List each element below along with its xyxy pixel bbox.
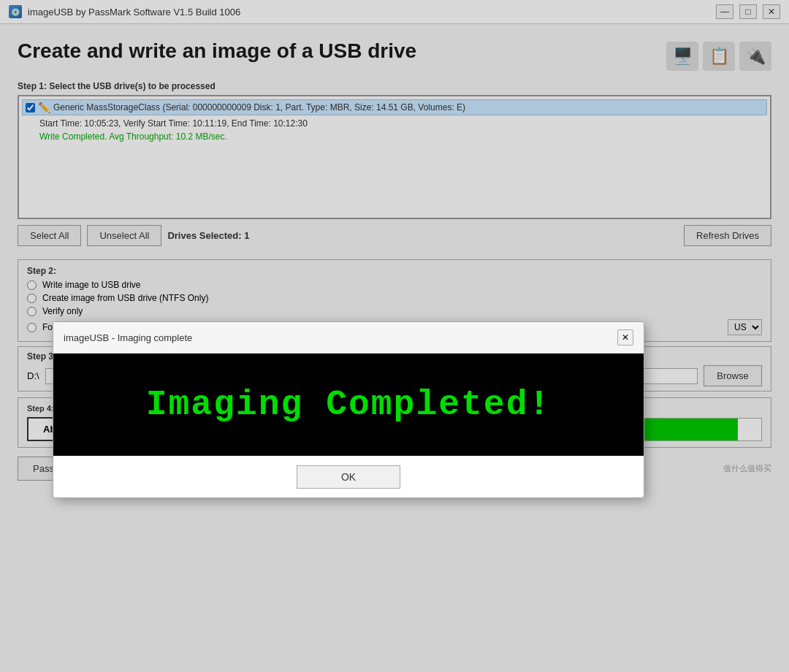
dialog-overlay: imageUSB - Imaging complete ✕ Imaging Co… xyxy=(0,0,789,672)
dialog-ok-button[interactable]: OK xyxy=(297,465,400,489)
dialog-close-button[interactable]: ✕ xyxy=(617,329,633,345)
dialog-titlebar: imageUSB - Imaging complete ✕ xyxy=(53,322,644,354)
dialog-content: Imaging Completed! xyxy=(53,354,644,456)
dialog-title: imageUSB - Imaging complete xyxy=(64,332,192,343)
dialog-message: Imaging Completed! xyxy=(146,385,551,424)
dialog-box: imageUSB - Imaging complete ✕ Imaging Co… xyxy=(53,321,644,498)
dialog-footer: OK xyxy=(53,456,644,497)
